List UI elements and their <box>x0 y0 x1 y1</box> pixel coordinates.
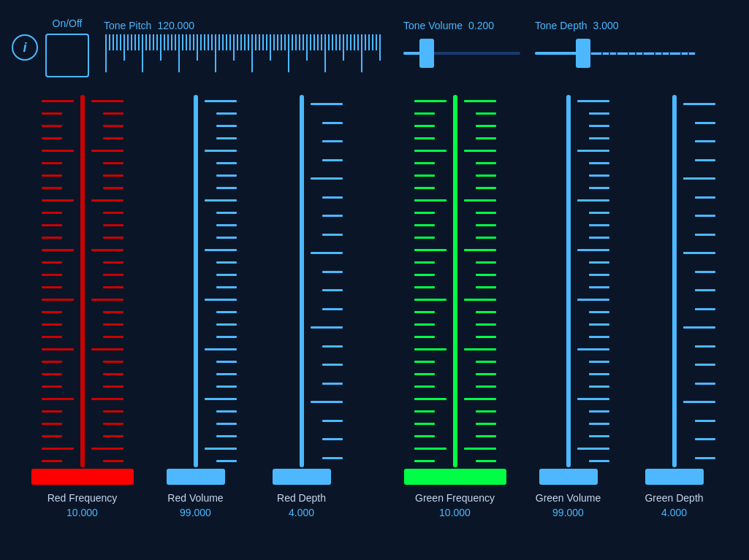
red-frequency-slider-group: Red Frequency 10.000 <box>31 95 134 518</box>
tone-volume-slider[interactable] <box>403 31 520 75</box>
tone-pitch-label: Tone Pitch <box>104 20 151 31</box>
green-volume-slider[interactable] <box>525 95 612 467</box>
main-sliders-area: Red Frequency 10.000 Red Volume 99.000 R… <box>0 95 749 518</box>
red-depth-slider[interactable] <box>258 95 346 467</box>
tone-volume-value: 0.200 <box>468 20 494 31</box>
red-volume-slider[interactable] <box>152 95 240 467</box>
red-depth-value: 4.000 <box>289 507 314 518</box>
green-volume-value: 99.000 <box>552 507 584 518</box>
tone-depth-label: Tone Depth <box>535 20 588 31</box>
green-depth-label: Green Depth <box>645 492 703 504</box>
red-frequency-value: 10.000 <box>66 507 98 518</box>
red-volume-label: Red Volume <box>167 492 223 504</box>
green-frequency-slider[interactable] <box>411 95 499 467</box>
tone-pitch-value: 120.000 <box>157 20 194 31</box>
red-volume-value: 99.000 <box>180 507 211 518</box>
green-volume-slider-group: Green Volume 99.000 <box>525 95 612 518</box>
onoff-toggle[interactable] <box>45 34 89 77</box>
green-volume-label: Green Volume <box>536 492 601 504</box>
green-depth-value: 4.000 <box>661 507 687 518</box>
tone-pitch-slider[interactable] <box>104 31 381 75</box>
green-frequency-label: Green Frequency <box>415 492 495 504</box>
tone-depth-value: 3.000 <box>593 20 619 31</box>
tone-volume-label: Tone Volume <box>403 20 463 31</box>
green-frequency-value: 10.000 <box>439 507 471 518</box>
red-depth-label: Red Depth <box>277 492 326 504</box>
green-depth-slider[interactable] <box>631 95 718 467</box>
green-depth-slider-group: Green Depth 4.000 <box>631 95 718 518</box>
red-frequency-slider[interactable] <box>39 95 126 467</box>
red-frequency-label: Red Frequency <box>47 492 118 504</box>
top-controls-bar: i On/Off Tone Pitch 120.000 Tone Volume … <box>0 0 749 95</box>
tone-depth-slider[interactable] <box>535 31 696 75</box>
red-depth-slider-group: Red Depth 4.000 <box>258 95 346 518</box>
red-volume-slider-group: Red Volume 99.000 <box>152 95 240 518</box>
green-frequency-slider-group: Green Frequency 10.000 <box>404 95 506 518</box>
onoff-label: On/Off <box>53 18 83 29</box>
info-button[interactable]: i <box>12 34 38 61</box>
